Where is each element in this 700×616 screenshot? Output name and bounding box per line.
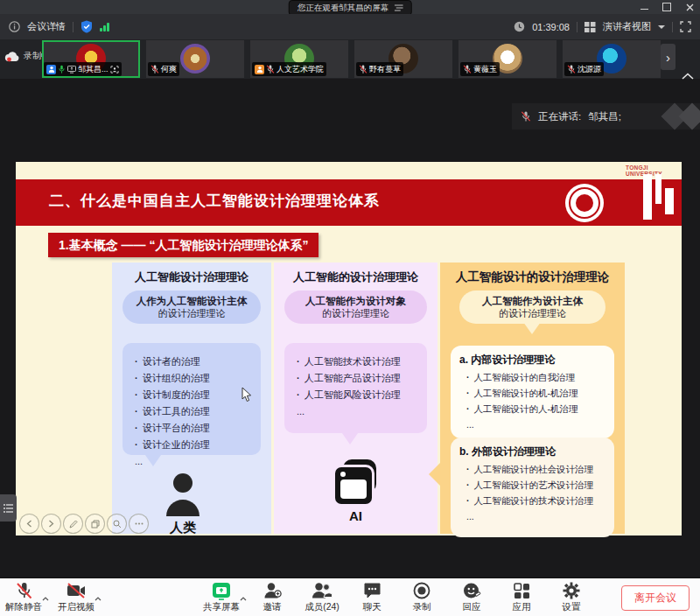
minimize-button[interactable] (639, 2, 649, 12)
apps-button[interactable]: 应用 (504, 581, 539, 613)
screen-sharing-icon (67, 66, 76, 74)
unmute-button[interactable]: 解除静音 (5, 581, 42, 613)
list-item: 设计者的治理 (135, 354, 256, 370)
speech-tail (342, 433, 358, 444)
zoom-button[interactable] (107, 514, 127, 534)
mic-off-icon (16, 582, 32, 600)
mic-on-icon (58, 65, 66, 74)
column-definition-pill: 人工智能作为设计主体的设计治理理论 (459, 290, 606, 324)
annotate-button[interactable] (63, 514, 83, 534)
chevron-up-icon[interactable] (240, 597, 247, 601)
participant-tile[interactable]: 野有蔓草 (354, 40, 452, 78)
participant-tile[interactable]: 黄薇玉 (458, 40, 556, 78)
slide-column-ai-object: 人工智能的设计治理理论 人工智能作为设计对象的设计治理理论 人工智能技术设计治理… (274, 262, 438, 534)
participant-name: 沈源源 (578, 64, 601, 75)
list-item: 人工智能产品设计治理 (297, 370, 422, 387)
mic-muted-icon (521, 111, 531, 122)
chevron-up-icon[interactable] (42, 597, 49, 601)
speech-tail (145, 455, 161, 466)
list-item: 人工智能风险设计治理 (297, 387, 422, 403)
settings-button[interactable]: 设置 (554, 581, 589, 613)
speaking-name: 邹其昌; (588, 110, 621, 123)
maximize-button[interactable] (662, 2, 672, 12)
share-screen-button[interactable]: 共享屏幕 (203, 581, 240, 613)
close-button[interactable] (684, 2, 695, 12)
bottom-toolbar: 解除静音 开启视频 共享屏幕 邀请 成员(24) (0, 578, 700, 616)
record-icon (413, 582, 430, 599)
pages-icon (91, 520, 100, 528)
list-item: 人工智能设计的技术设计治理 (466, 493, 606, 508)
leave-meeting-button[interactable]: 离开会议 (621, 585, 690, 611)
network-signal-icon[interactable] (100, 22, 109, 32)
list-item: 设计企业的治理 (135, 437, 256, 453)
participant-tile[interactable]: 邹其昌... (42, 40, 140, 78)
strip-collapse-button[interactable] (679, 69, 696, 82)
more-button[interactable] (129, 514, 149, 534)
camera-off-icon (66, 583, 86, 598)
fullscreen-icon[interactable] (680, 21, 691, 32)
internal-governance-box: a. 内部设计治理理论 人工智能设计的自我治理 人工智能设计的机-机治理 人工智… (451, 346, 614, 438)
speaking-label: 正在讲话: (538, 110, 581, 123)
meeting-details-link[interactable]: 会议详情 (27, 20, 66, 33)
participant-tile[interactable]: 人文艺术学院 (250, 40, 348, 78)
chevron-down-icon (658, 25, 665, 29)
view-mode-select[interactable]: 演讲者视图 (603, 20, 651, 33)
bullet-box: 设计者的治理 设计组织的治理 设计制度的治理 设计工具的治理 设计平台的治理 设… (122, 343, 261, 455)
list-item: 设计组织的治理 (135, 370, 256, 387)
participant-name: 野有蔓草 (369, 64, 401, 75)
meeting-header: 会议详情 01:39:08 演讲者视图 (0, 14, 700, 39)
list-item: 设计平台的治理 (135, 420, 256, 437)
chevron-right-icon: › (666, 50, 670, 65)
list-item: 人工智能设计的社会设计治理 (466, 461, 606, 477)
record-button[interactable]: 录制 (404, 581, 439, 613)
reaction-button[interactable]: 回应 (454, 581, 489, 613)
list-item: ... (466, 508, 606, 524)
invite-icon (263, 582, 282, 599)
side-panel-toggle[interactable] (0, 494, 17, 522)
participant-tile[interactable]: 何爽 (146, 40, 244, 78)
column-title: 人工智能的设计治理理论 (274, 270, 438, 285)
reaction-icon (463, 582, 481, 599)
ellipsis-icon (135, 522, 144, 525)
slide-column-ai-subject: 人工智能设计的设计治理理论 人工智能作为设计主体的设计治理理论 a. 内部设计治… (440, 262, 625, 534)
start-video-button[interactable]: 开启视频 (58, 581, 94, 613)
members-icon (312, 582, 332, 599)
divider (73, 22, 74, 32)
host-badge-icon (46, 65, 56, 74)
chevron-up-icon (682, 73, 694, 80)
ai-icon (332, 459, 380, 505)
avatar (180, 44, 210, 74)
prev-page-button[interactable] (19, 514, 39, 534)
strip-scroll-next-button[interactable]: › (661, 44, 676, 70)
watermark (660, 102, 700, 133)
list-item: 设计工具的治理 (135, 403, 256, 420)
column-definition-pill: 人作为人工智能设计主体的设计治理理论 (122, 290, 261, 324)
chevron-right-icon (48, 520, 54, 528)
invite-button[interactable]: 邀请 (255, 581, 290, 613)
slide-subtitle: 1.基本概念 —— “人工智能设计治理理论体系” (48, 233, 318, 257)
mic-muted-icon (150, 65, 159, 74)
list-item: ... (466, 416, 606, 432)
chat-button[interactable]: 聊天 (354, 581, 389, 613)
mic-muted-icon (266, 65, 275, 74)
figure-label: 人类 (170, 520, 196, 536)
list-item: 人工智能设计的机-机治理 (466, 385, 606, 401)
mic-muted-icon (463, 65, 472, 74)
video-strip: 录制中 邹其昌... 何爽 人文艺术学院 (0, 39, 700, 79)
close-icon (686, 4, 694, 11)
members-button[interactable]: 成员(24) (304, 581, 340, 613)
recording-cloud-icon (4, 51, 20, 62)
next-page-button[interactable] (41, 514, 61, 534)
chevron-up-icon[interactable] (94, 597, 102, 601)
participant-tile[interactable]: 沈源源 (563, 40, 661, 78)
banner-text: 您正在观看邹其昌的屏幕 (298, 3, 389, 14)
pages-button[interactable] (85, 514, 105, 534)
magnifier-icon (113, 520, 122, 528)
meeting-timer: 01:39:08 (532, 22, 570, 32)
slide-title: 二、什么是中国自主人工智能设计治理理论体系 (49, 191, 380, 211)
list-item: 人工智能设计的艺术设计治理 (466, 477, 606, 493)
list-item: 设计制度的治理 (135, 387, 256, 403)
security-shield-icon[interactable] (80, 20, 93, 33)
participant-name: 何爽 (161, 64, 177, 75)
human-icon (163, 472, 203, 516)
